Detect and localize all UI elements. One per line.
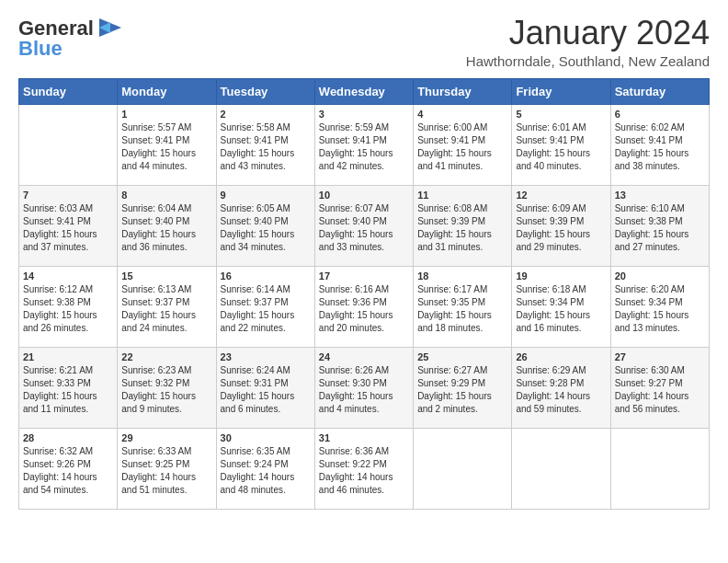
weekday-header-row: SundayMondayTuesdayWednesdayThursdayFrid…: [19, 78, 710, 104]
day-number: 4: [417, 109, 507, 120]
day-info: Sunrise: 5:59 AMSunset: 9:41 PMDaylight:…: [319, 122, 393, 171]
weekday-header-tuesday: Tuesday: [216, 78, 314, 104]
day-number: 15: [121, 270, 211, 282]
day-info: Sunrise: 6:00 AMSunset: 9:41 PMDaylight:…: [417, 122, 492, 171]
calendar-cell: 12 Sunrise: 6:09 AMSunset: 9:39 PMDaylig…: [512, 185, 610, 266]
day-info: Sunrise: 6:29 AMSunset: 9:28 PMDaylight:…: [516, 365, 590, 414]
day-info: Sunrise: 6:23 AMSunset: 9:32 PMDaylight:…: [121, 365, 196, 414]
calendar-cell: 16 Sunrise: 6:14 AMSunset: 9:37 PMDaylig…: [216, 266, 314, 347]
day-info: Sunrise: 6:12 AMSunset: 9:38 PMDaylight:…: [23, 284, 97, 333]
day-info: Sunrise: 5:57 AMSunset: 9:41 PMDaylight:…: [121, 122, 196, 171]
day-info: Sunrise: 6:05 AMSunset: 9:40 PMDaylight:…: [221, 203, 295, 252]
calendar-cell: [19, 104, 118, 185]
calendar-cell: 2 Sunrise: 5:58 AMSunset: 9:41 PMDayligh…: [216, 104, 314, 185]
day-number: 25: [417, 351, 507, 362]
week-row-4: 21 Sunrise: 6:21 AMSunset: 9:33 PMDaylig…: [19, 347, 710, 428]
day-info: Sunrise: 6:24 AMSunset: 9:31 PMDaylight:…: [221, 365, 295, 414]
day-number: 31: [319, 432, 409, 443]
day-number: 18: [417, 270, 507, 282]
calendar-cell: 28 Sunrise: 6:32 AMSunset: 9:26 PMDaylig…: [19, 428, 118, 509]
calendar-cell: 7 Sunrise: 6:03 AMSunset: 9:41 PMDayligh…: [19, 185, 118, 266]
day-info: Sunrise: 6:35 AMSunset: 9:24 PMDaylight:…: [221, 446, 295, 495]
day-number: 21: [23, 351, 113, 362]
day-number: 14: [23, 270, 113, 282]
weekday-header-monday: Monday: [118, 78, 216, 104]
day-number: 26: [516, 351, 606, 362]
calendar-table: SundayMondayTuesdayWednesdayThursdayFrid…: [18, 78, 710, 510]
day-info: Sunrise: 6:27 AMSunset: 9:29 PMDaylight:…: [417, 365, 492, 414]
calendar-cell: [610, 428, 709, 509]
page-header: General Blue January 2024 Hawthorndale, …: [18, 15, 710, 69]
day-info: Sunrise: 6:18 AMSunset: 9:34 PMDaylight:…: [516, 284, 590, 333]
day-info: Sunrise: 5:58 AMSunset: 9:41 PMDaylight:…: [221, 122, 295, 171]
weekday-header-wednesday: Wednesday: [314, 78, 413, 104]
calendar-cell: 9 Sunrise: 6:05 AMSunset: 9:40 PMDayligh…: [216, 185, 314, 266]
calendar-cell: 30 Sunrise: 6:35 AMSunset: 9:24 PMDaylig…: [216, 428, 314, 509]
day-number: 11: [417, 190, 507, 201]
calendar-cell: 13 Sunrise: 6:10 AMSunset: 9:38 PMDaylig…: [610, 185, 709, 266]
day-info: Sunrise: 6:36 AMSunset: 9:22 PMDaylight:…: [319, 446, 393, 495]
day-number: 10: [319, 190, 409, 201]
day-number: 19: [516, 270, 606, 282]
day-number: 30: [221, 432, 311, 443]
day-number: 1: [121, 109, 211, 120]
calendar-body: 1 Sunrise: 5:57 AMSunset: 9:41 PMDayligh…: [19, 104, 710, 509]
calendar-cell: 4 Sunrise: 6:00 AMSunset: 9:41 PMDayligh…: [414, 104, 512, 185]
day-info: Sunrise: 6:13 AMSunset: 9:37 PMDaylight:…: [121, 284, 196, 333]
calendar-cell: [512, 428, 610, 509]
calendar-cell: 10 Sunrise: 6:07 AMSunset: 9:40 PMDaylig…: [314, 185, 413, 266]
day-info: Sunrise: 6:26 AMSunset: 9:30 PMDaylight:…: [319, 365, 393, 414]
day-number: 8: [121, 190, 211, 201]
day-number: 24: [319, 351, 409, 362]
day-info: Sunrise: 6:16 AMSunset: 9:36 PMDaylight:…: [319, 284, 393, 333]
calendar-cell: 3 Sunrise: 5:59 AMSunset: 9:41 PMDayligh…: [314, 104, 413, 185]
day-info: Sunrise: 6:20 AMSunset: 9:34 PMDaylight:…: [615, 284, 689, 333]
weekday-header-sunday: Sunday: [19, 78, 118, 104]
day-info: Sunrise: 6:08 AMSunset: 9:39 PMDaylight:…: [417, 203, 492, 252]
day-info: Sunrise: 6:07 AMSunset: 9:40 PMDaylight:…: [319, 203, 393, 252]
calendar-cell: 15 Sunrise: 6:13 AMSunset: 9:37 PMDaylig…: [118, 266, 216, 347]
day-info: Sunrise: 6:09 AMSunset: 9:39 PMDaylight:…: [516, 203, 590, 252]
day-number: 17: [319, 270, 409, 282]
calendar-cell: 5 Sunrise: 6:01 AMSunset: 9:41 PMDayligh…: [512, 104, 610, 185]
calendar-cell: 26 Sunrise: 6:29 AMSunset: 9:28 PMDaylig…: [512, 347, 610, 428]
week-row-5: 28 Sunrise: 6:32 AMSunset: 9:26 PMDaylig…: [19, 428, 710, 509]
calendar-cell: 29 Sunrise: 6:33 AMSunset: 9:25 PMDaylig…: [118, 428, 216, 509]
calendar-cell: 31 Sunrise: 6:36 AMSunset: 9:22 PMDaylig…: [314, 428, 413, 509]
day-info: Sunrise: 6:04 AMSunset: 9:40 PMDaylight:…: [121, 203, 196, 252]
day-number: 20: [615, 270, 705, 282]
week-row-1: 1 Sunrise: 5:57 AMSunset: 9:41 PMDayligh…: [19, 104, 710, 185]
day-number: 9: [221, 190, 311, 201]
calendar-cell: [414, 428, 512, 509]
weekday-header-saturday: Saturday: [610, 78, 709, 104]
day-number: 28: [23, 432, 113, 443]
calendar-cell: 1 Sunrise: 5:57 AMSunset: 9:41 PMDayligh…: [118, 104, 216, 185]
day-info: Sunrise: 6:17 AMSunset: 9:35 PMDaylight:…: [417, 284, 492, 333]
calendar-cell: 20 Sunrise: 6:20 AMSunset: 9:34 PMDaylig…: [610, 266, 709, 347]
location: Hawthorndale, Southland, New Zealand: [466, 53, 710, 69]
week-row-2: 7 Sunrise: 6:03 AMSunset: 9:41 PMDayligh…: [19, 185, 710, 266]
day-number: 7: [23, 190, 113, 201]
day-info: Sunrise: 6:21 AMSunset: 9:33 PMDaylight:…: [23, 365, 97, 414]
calendar-cell: 11 Sunrise: 6:08 AMSunset: 9:39 PMDaylig…: [414, 185, 512, 266]
day-info: Sunrise: 6:10 AMSunset: 9:38 PMDaylight:…: [615, 203, 689, 252]
calendar-cell: 6 Sunrise: 6:02 AMSunset: 9:41 PMDayligh…: [610, 104, 709, 185]
weekday-header-thursday: Thursday: [414, 78, 512, 104]
day-number: 13: [615, 190, 705, 201]
logo-icon: [96, 15, 121, 40]
calendar-cell: 17 Sunrise: 6:16 AMSunset: 9:36 PMDaylig…: [314, 266, 413, 347]
day-number: 27: [615, 351, 705, 362]
title-block: January 2024 Hawthorndale, Southland, Ne…: [466, 15, 710, 69]
calendar-cell: 14 Sunrise: 6:12 AMSunset: 9:38 PMDaylig…: [19, 266, 118, 347]
day-number: 6: [615, 109, 705, 120]
day-number: 29: [121, 432, 211, 443]
calendar-cell: 23 Sunrise: 6:24 AMSunset: 9:31 PMDaylig…: [216, 347, 314, 428]
logo-blue-text: Blue: [18, 37, 63, 61]
day-info: Sunrise: 6:33 AMSunset: 9:25 PMDaylight:…: [121, 446, 196, 495]
day-number: 12: [516, 190, 606, 201]
day-info: Sunrise: 6:03 AMSunset: 9:41 PMDaylight:…: [23, 203, 97, 252]
calendar-cell: 8 Sunrise: 6:04 AMSunset: 9:40 PMDayligh…: [118, 185, 216, 266]
weekday-header-friday: Friday: [512, 78, 610, 104]
calendar-cell: 21 Sunrise: 6:21 AMSunset: 9:33 PMDaylig…: [19, 347, 118, 428]
day-info: Sunrise: 6:14 AMSunset: 9:37 PMDaylight:…: [221, 284, 295, 333]
